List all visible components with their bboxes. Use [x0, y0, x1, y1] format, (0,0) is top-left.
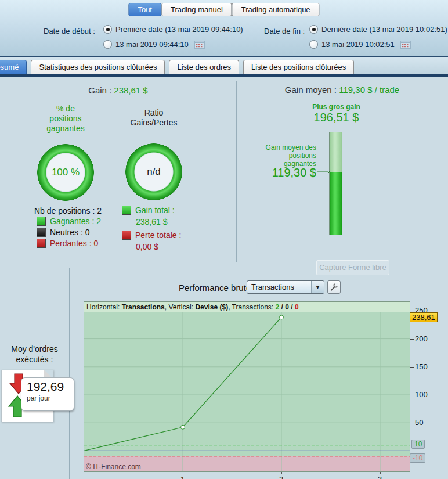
- tab-trading-manuel[interactable]: Trading manuel: [161, 3, 232, 16]
- gain-bar-upper-segment: [330, 132, 342, 172]
- performance-chart-plot[interactable]: Horizontal: Transactions, Vertical: Devi…: [84, 301, 410, 472]
- y-axis-tick: [410, 367, 414, 368]
- lower-band-label: -10: [410, 453, 425, 463]
- copyright-label: © IT-Finance.com: [86, 463, 141, 471]
- date-end-preset-text[interactable]: Dernière date (13 mai 2019 10:02:51): [321, 25, 447, 34]
- perte-totale-value: 0,00 $: [136, 242, 158, 251]
- current-value-badge: 238,61: [410, 312, 438, 322]
- nb-positions-row: Nb de positions : 2: [34, 206, 102, 215]
- gain-total-value-row: 238,61 $: [136, 217, 168, 226]
- scope-tab-group: Tout Trading manuel Trading automatique: [128, 3, 319, 16]
- winning-positions-pct-label: % de positions gagnantes: [22, 104, 109, 134]
- chevron-down-icon[interactable]: ▼: [311, 281, 324, 293]
- radio-unchecked-icon[interactable]: [309, 40, 318, 49]
- orders-per-day-unit: par jour: [27, 394, 74, 402]
- y-axis-tick: [410, 311, 414, 311]
- date-end-label: Date de fin :: [264, 27, 305, 35]
- radio-checked-icon[interactable]: [309, 25, 318, 34]
- y-axis-label: 150: [415, 362, 428, 371]
- gain-total-value: 238,61 $: [136, 217, 168, 226]
- gain-total-label: Gain total :: [135, 206, 175, 215]
- y-axis-label: 50: [415, 418, 423, 427]
- gain-loss-ratio-donut-value: n/d: [147, 166, 161, 178]
- nb-positions-label: Nb de positions : 2: [34, 206, 102, 215]
- green-swatch-icon: [122, 206, 131, 215]
- neutres-label: Neutres : 0: [50, 228, 89, 237]
- capture-forme-libre-button[interactable]: Capture Forme libre: [316, 260, 389, 275]
- orders-per-day-title: Moy d'ordres exécutés :: [0, 344, 69, 365]
- plus-gros-gain-value: 196,51 $: [236, 111, 436, 124]
- date-end-custom-text[interactable]: 13 mai 2019 10:02:51: [321, 40, 395, 49]
- x-axis-tick: [281, 472, 282, 474]
- trading-report-window: Tout Trading manuel Trading automatique …: [0, 0, 448, 479]
- gain-moyen-label: Gain moyen :: [285, 85, 337, 95]
- date-end-preset-option[interactable]: Dernière date (13 mai 2019 10:02:51): [309, 25, 447, 34]
- plus-gros-gain-label: Plus gros gain: [236, 103, 436, 111]
- y-axis-label: 200: [415, 334, 428, 343]
- chart-mode-dropdown[interactable]: Transactions ▼: [247, 280, 324, 294]
- date-start-label: Date de début :: [44, 27, 95, 35]
- winning-positions-donut: 100 %: [37, 143, 95, 201]
- average-gain-bar: [329, 132, 342, 235]
- x-axis-label: 2: [279, 475, 283, 479]
- date-start-custom-text[interactable]: 13 mai 2019 09:44:10: [115, 40, 189, 49]
- y-axis-tick: [410, 339, 414, 340]
- tab-tout[interactable]: Tout: [128, 3, 161, 16]
- tab-liste-ordres[interactable]: Liste des ordres: [169, 60, 239, 74]
- gain-total-row: Gain total :: [122, 206, 175, 215]
- perte-totale-value-row: 0,00 $: [136, 242, 158, 251]
- upper-band-label: 10: [411, 440, 425, 449]
- gagnantes-row: Gagnantes : 2: [37, 217, 101, 226]
- y-axis-label: 100: [415, 390, 428, 399]
- gain-moyen-positions-value: 119,30 $: [244, 166, 316, 179]
- wrench-icon: [330, 283, 338, 291]
- date-start-preset-option[interactable]: Première date (13 mai 2019 09:44:10): [103, 25, 243, 34]
- performance-chart-svg: [84, 302, 410, 471]
- date-start-custom-option[interactable]: 13 mai 2019 09:44:10: [103, 39, 205, 49]
- gain-total-title: Gain :238,61 $: [0, 85, 236, 95]
- gain-loss-ratio-donut: n/d: [125, 143, 183, 201]
- winning-positions-donut-value: 100 %: [52, 167, 80, 178]
- x-axis-tick: [183, 472, 183, 474]
- x-axis-label: 1: [180, 475, 185, 479]
- orders-per-day-value-box: 192,69 par jour: [21, 377, 74, 411]
- report-tab-bar: Résumé Statistiques des positions clôtur…: [0, 57, 448, 77]
- x-axis-tick: [380, 472, 381, 474]
- chart-count-neutral: 0: [285, 303, 289, 311]
- chart-horizontal-label: Horizontal:: [86, 303, 122, 311]
- chart-settings-button[interactable]: [327, 280, 341, 294]
- gain-moyen-title: Gain moyen : 119,30 $ / trade: [236, 85, 448, 95]
- gain-bar-lower-segment: [330, 172, 342, 235]
- chart-vertical-label: Vertical:: [168, 303, 195, 311]
- calendar-icon[interactable]: [194, 39, 205, 49]
- tab-trading-automatique[interactable]: Trading automatique: [232, 3, 320, 16]
- red-swatch-icon: [122, 231, 131, 240]
- y-axis-tick: [410, 423, 414, 423]
- radio-unchecked-icon[interactable]: [103, 40, 112, 49]
- date-start-preset-text[interactable]: Première date (13 mai 2019 09:44:10): [115, 25, 243, 34]
- arrow-right-icon: [317, 169, 330, 175]
- calendar-icon[interactable]: [400, 39, 411, 49]
- chart-vertical-value: Devise ($): [195, 303, 228, 311]
- red-swatch-icon: [37, 239, 46, 248]
- filter-header: Tout Trading manuel Trading automatique …: [0, 0, 448, 57]
- tab-resume[interactable]: Résumé: [0, 60, 27, 74]
- date-end-custom-option[interactable]: 13 mai 2019 10:02:51: [309, 39, 411, 49]
- green-swatch-icon: [37, 217, 46, 226]
- chart-count-loss: 0: [295, 303, 299, 311]
- radio-checked-icon[interactable]: [103, 25, 112, 34]
- y-axis-tick: [410, 395, 414, 395]
- performance-brute-title: Performance brute: [179, 283, 251, 293]
- black-swatch-icon: [37, 228, 46, 237]
- x-axis-label: 3: [378, 475, 382, 479]
- chart-count-label: Transactions:: [232, 303, 276, 311]
- orders-per-day-value: 192,69: [27, 380, 74, 394]
- tab-liste-positions[interactable]: Liste des positions clôturées: [243, 60, 354, 74]
- gagnantes-label: Gagnantes : 2: [50, 217, 101, 226]
- gain-label: Gain :: [88, 85, 111, 95]
- vertical-divider: [69, 268, 70, 479]
- perdantes-row: Perdantes : 0: [37, 239, 98, 248]
- gain-value: 238,61 $: [114, 85, 147, 95]
- perdantes-label: Perdantes : 0: [50, 239, 98, 248]
- tab-statistiques-positions[interactable]: Statistiques des positions clôturées: [31, 60, 165, 74]
